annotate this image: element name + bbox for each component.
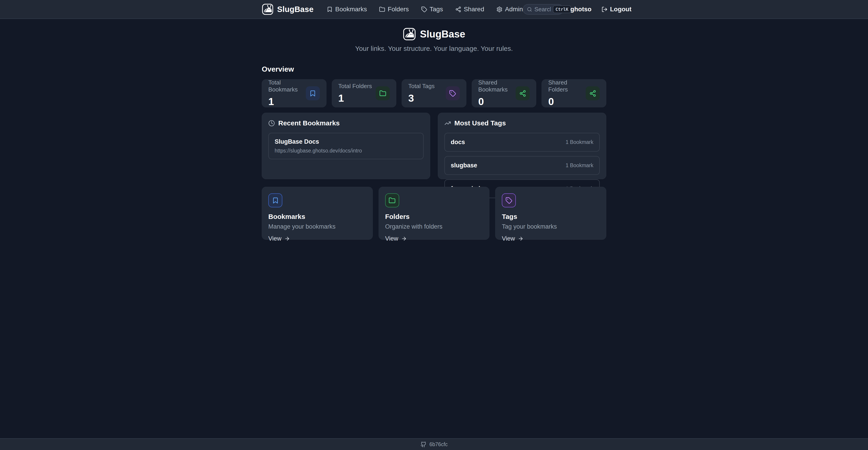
nav-item-folders[interactable]: Folders xyxy=(379,6,409,13)
page-title: SlugBase xyxy=(420,29,465,40)
logout-label: Logout xyxy=(610,6,631,13)
nav-item-label: Bookmarks xyxy=(335,6,367,13)
slugbase-logo-icon xyxy=(403,28,416,41)
search-box[interactable]: CtrlK xyxy=(523,4,563,15)
folder-icon xyxy=(376,86,390,100)
view-folders-link[interactable]: View xyxy=(385,235,407,242)
bookmark-icon xyxy=(327,6,333,12)
github-icon[interactable] xyxy=(421,442,427,448)
feature-description: Organize with folders xyxy=(385,223,483,230)
nav-item-label: Shared xyxy=(464,6,484,13)
stat-card-shared-bookmarks: Shared Bookmarks 0 xyxy=(472,79,536,107)
tag-icon xyxy=(421,6,427,12)
tag-count: 1 Bookmark xyxy=(565,162,593,168)
logout-button[interactable]: Logout xyxy=(601,6,631,13)
feature-title: Bookmarks xyxy=(268,213,366,221)
nav-item-label: Folders xyxy=(388,6,409,13)
folder-icon xyxy=(385,193,399,207)
stat-label: Total Folders xyxy=(338,83,372,90)
stat-value: 0 xyxy=(548,96,586,107)
feature-card-folders: Folders Organize with folders View xyxy=(379,187,490,240)
slugbase-logo-icon xyxy=(262,3,274,15)
panel-title: Recent Bookmarks xyxy=(278,119,340,127)
nav-item-tags[interactable]: Tags xyxy=(421,6,443,13)
view-bookmarks-link[interactable]: View xyxy=(268,235,290,242)
stat-label: Shared Folders xyxy=(548,79,586,93)
feature-cards-row: Bookmarks Manage your bookmarks View Fol… xyxy=(262,187,606,240)
stat-card-total-tags: Total Tags 3 xyxy=(402,79,466,107)
gear-icon xyxy=(496,6,502,12)
stat-label: Total Tags xyxy=(408,83,435,90)
search-shortcut-kbd: CtrlK xyxy=(553,5,571,13)
stat-card-shared-folders: Shared Folders 0 xyxy=(541,79,606,107)
brand-home-link[interactable]: SlugBase xyxy=(262,3,313,15)
search-icon xyxy=(527,7,532,12)
clock-icon xyxy=(268,120,275,127)
feature-title: Tags xyxy=(502,213,600,221)
bookmark-url: https://slugbase.ghotso.dev/docs/intro xyxy=(275,148,417,154)
share-icon xyxy=(586,86,600,100)
nav-item-label: Tags xyxy=(430,6,443,13)
bookmark-icon xyxy=(268,193,282,207)
version-hash: 6b76cfc xyxy=(430,442,448,448)
feature-card-tags: Tags Tag your bookmarks View xyxy=(495,187,606,240)
view-label: View xyxy=(268,235,281,242)
share-icon xyxy=(455,6,461,12)
folder-icon xyxy=(379,6,385,12)
feature-description: Manage your bookmarks xyxy=(268,223,366,230)
bookmark-title: SlugBase Docs xyxy=(275,138,417,145)
overview-heading: Overview xyxy=(262,65,606,73)
share-icon xyxy=(516,86,530,100)
tagline: Your links. Your structure. Your languag… xyxy=(0,45,868,53)
view-label: View xyxy=(502,235,515,242)
stat-value: 0 xyxy=(478,96,516,107)
tag-icon xyxy=(446,86,460,100)
stat-value: 3 xyxy=(408,92,435,104)
tag-icon xyxy=(502,193,516,207)
stats-grid: Total Bookmarks 1 Total Folders 1 Total … xyxy=(262,79,606,107)
nav-item-bookmarks[interactable]: Bookmarks xyxy=(327,6,367,13)
user-menu[interactable]: ghotso xyxy=(570,6,591,13)
arrow-right-icon xyxy=(284,236,290,242)
arrow-right-icon xyxy=(518,236,524,242)
trending-up-icon xyxy=(444,120,451,127)
tag-count: 1 Bookmark xyxy=(565,139,593,145)
tag-list-item[interactable]: docs 1 Bookmark xyxy=(444,133,600,152)
view-label: View xyxy=(385,235,398,242)
stat-value: 1 xyxy=(338,92,372,104)
stat-label: Shared Bookmarks xyxy=(478,79,516,93)
tag-name: docs xyxy=(451,139,465,146)
stat-label: Total Bookmarks xyxy=(268,79,306,93)
feature-card-bookmarks: Bookmarks Manage your bookmarks View xyxy=(262,187,373,240)
tag-name: slugbase xyxy=(451,162,477,169)
tag-list-item[interactable]: slugbase 1 Bookmark xyxy=(444,156,600,175)
search-input[interactable] xyxy=(534,6,551,13)
most-used-tags-panel: Most Used Tags docs 1 Bookmark slugbase … xyxy=(438,113,606,179)
recent-bookmarks-panel: Recent Bookmarks SlugBase Docs https://s… xyxy=(262,113,430,179)
feature-title: Folders xyxy=(385,213,483,221)
panels-row: Recent Bookmarks SlugBase Docs https://s… xyxy=(262,113,606,179)
nav-item-admin[interactable]: Admin xyxy=(496,6,523,13)
nav-item-shared[interactable]: Shared xyxy=(455,6,484,13)
stat-card-total-bookmarks: Total Bookmarks 1 xyxy=(262,79,327,107)
footer: 6b76cfc xyxy=(0,438,868,450)
nav-right: CtrlK ghotso Logout xyxy=(523,4,631,15)
nav-links: Bookmarks Folders Tags Shared Admin xyxy=(327,6,523,13)
feature-description: Tag your bookmarks xyxy=(502,223,600,230)
top-nav: SlugBase Bookmarks Folders Tags Shared A… xyxy=(0,0,868,19)
stat-value: 1 xyxy=(268,96,306,107)
nav-item-label: Admin xyxy=(505,6,523,13)
bookmark-list-item[interactable]: SlugBase Docs https://slugbase.ghotso.de… xyxy=(268,133,424,159)
arrow-right-icon xyxy=(401,236,407,242)
logout-icon xyxy=(601,6,608,12)
brand-title: SlugBase xyxy=(277,5,313,14)
bookmark-icon xyxy=(306,86,320,100)
stat-card-total-folders: Total Folders 1 xyxy=(332,79,397,107)
panel-title: Most Used Tags xyxy=(454,119,506,127)
hero: SlugBase xyxy=(0,28,868,41)
view-tags-link[interactable]: View xyxy=(502,235,524,242)
